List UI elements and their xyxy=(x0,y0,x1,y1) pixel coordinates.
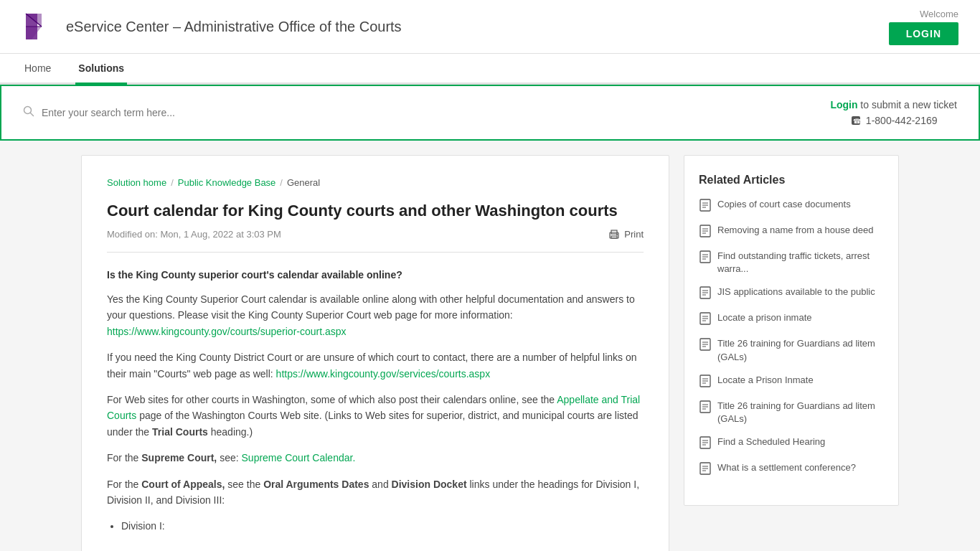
related-articles-title: Related Articles xyxy=(699,174,884,187)
related-item-8[interactable]: Find a Scheduled Hearing xyxy=(699,435,884,451)
article-link1[interactable]: https://www.kingcounty.gov/courts/superi… xyxy=(107,326,347,337)
article-title: Court calendar for King County courts an… xyxy=(107,201,644,222)
phone-number: 1-800-442-2169 xyxy=(866,115,938,126)
header-title: eService Center – Administrative Office … xyxy=(66,19,402,35)
related-item-icon-8 xyxy=(699,436,712,451)
article-para3: For Web sites for other courts in Washin… xyxy=(107,392,644,440)
print-button[interactable]: Print xyxy=(608,229,644,240)
article-modified: Modified on: Mon, 1 Aug, 2022 at 3:03 PM xyxy=(107,229,281,240)
related-item-icon-1 xyxy=(699,225,712,240)
breadcrumb-sep-1: / xyxy=(171,177,174,188)
logo-icon xyxy=(22,9,56,44)
related-item-text-3: JIS applications available to the public xyxy=(717,286,875,298)
login-button[interactable]: LOGIN xyxy=(889,22,958,45)
breadcrumb-sep-2: / xyxy=(280,177,283,188)
article-meta: Modified on: Mon, 1 Aug, 2022 at 3:03 PM… xyxy=(107,229,644,240)
header-left: eService Center – Administrative Office … xyxy=(22,9,402,44)
welcome-text: Welcome xyxy=(889,9,958,19)
related-item-text-0: Copies of court case documents xyxy=(717,198,851,211)
article-content: Is the King County superior court's cale… xyxy=(107,267,644,534)
search-input[interactable] xyxy=(42,107,400,118)
search-icon xyxy=(23,105,34,120)
related-item-3[interactable]: JIS applications available to the public xyxy=(699,286,884,301)
nav-home[interactable]: Home xyxy=(22,54,54,85)
breadcrumb-public-kb[interactable]: Public Knowledge Base xyxy=(178,177,276,188)
article-divider xyxy=(107,252,644,253)
article-link4[interactable]: Supreme Court Calendar. xyxy=(242,452,356,463)
related-item-icon-7 xyxy=(699,400,712,415)
related-item-2[interactable]: Find outstanding traffic tickets, arrest… xyxy=(699,250,884,276)
svg-point-13 xyxy=(616,234,618,235)
related-item-text-4: Locate a prison inmate xyxy=(717,311,812,324)
related-item-1[interactable]: Removing a name from a house deed xyxy=(699,224,884,240)
svg-rect-12 xyxy=(611,236,617,238)
article-para2: If you need the King County District Cou… xyxy=(107,349,644,382)
article-para5: For the Court of Appeals, see the Oral A… xyxy=(107,476,644,509)
header-right: Welcome LOGIN xyxy=(889,9,958,45)
phone-row: ☎ 1-800-442-2169 xyxy=(830,115,957,126)
related-item-text-1: Removing a name from a house deed xyxy=(717,224,874,237)
related-item-text-2: Find outstanding traffic tickets, arrest… xyxy=(717,250,884,276)
related-item-icon-3 xyxy=(699,286,712,301)
header: eService Center – Administrative Office … xyxy=(0,0,980,54)
breadcrumb-general: General xyxy=(287,177,320,188)
related-item-text-9: What is a settlement conference? xyxy=(717,461,856,474)
related-item-icon-4 xyxy=(699,312,712,327)
related-item-9[interactable]: What is a settlement conference? xyxy=(699,461,884,477)
related-articles-panel: Related Articles Copies of court case do… xyxy=(684,155,899,506)
print-icon xyxy=(608,229,620,240)
related-item-6[interactable]: Locate a Prison Inmate xyxy=(699,374,884,390)
article-para1: Yes the King County Superior Court calen… xyxy=(107,291,644,339)
article-panel: Solution home / Public Knowledge Base / … xyxy=(81,155,669,551)
related-item-4[interactable]: Locate a prison inmate xyxy=(699,311,884,327)
related-item-icon-6 xyxy=(699,375,712,390)
nav-solutions[interactable]: Solutions xyxy=(75,54,127,85)
article-link2[interactable]: https://www.kingcounty.gov/services/cour… xyxy=(276,368,491,380)
search-right: Login to submit a new ticket ☎ 1-800-442… xyxy=(830,99,957,126)
related-item-text-5: Title 26 training for Guardians ad litem… xyxy=(717,337,884,363)
related-item-icon-2 xyxy=(699,250,712,265)
svg-text:☎: ☎ xyxy=(853,118,861,125)
main-nav: Home Solutions xyxy=(0,54,980,85)
main-container: Solution home / Public Knowledge Base / … xyxy=(67,155,913,551)
ticket-text: to submit a new ticket xyxy=(857,99,957,110)
svg-line-7 xyxy=(31,113,34,116)
related-item-text-7: Title 26 training for Guardians ad litem… xyxy=(717,400,884,425)
article-list: Division I: xyxy=(121,518,644,534)
related-item-text-8: Find a Scheduled Hearing xyxy=(717,435,825,448)
ticket-row: Login to submit a new ticket xyxy=(830,99,957,110)
breadcrumb: Solution home / Public Knowledge Base / … xyxy=(107,177,644,188)
search-left xyxy=(23,105,830,120)
search-bar: Login to submit a new ticket ☎ 1-800-442… xyxy=(0,85,980,141)
related-item-icon-9 xyxy=(699,462,712,477)
article-para4: For the Supreme Court, see: Supreme Cour… xyxy=(107,450,644,466)
print-label: Print xyxy=(624,229,644,240)
list-item-division1: Division I: xyxy=(121,518,644,534)
breadcrumb-solution-home[interactable]: Solution home xyxy=(107,177,166,188)
related-item-icon-5 xyxy=(699,338,712,353)
related-item-0[interactable]: Copies of court case documents xyxy=(699,198,884,214)
related-item-7[interactable]: Title 26 training for Guardians ad litem… xyxy=(699,400,884,425)
phone-icon: ☎ xyxy=(850,115,862,126)
related-item-5[interactable]: Title 26 training for Guardians ad litem… xyxy=(699,337,884,363)
article-question: Is the King County superior court's cale… xyxy=(107,267,644,283)
login-link[interactable]: Login xyxy=(830,99,857,110)
related-item-text-6: Locate a Prison Inmate xyxy=(717,374,814,387)
related-item-icon-0 xyxy=(699,199,712,214)
